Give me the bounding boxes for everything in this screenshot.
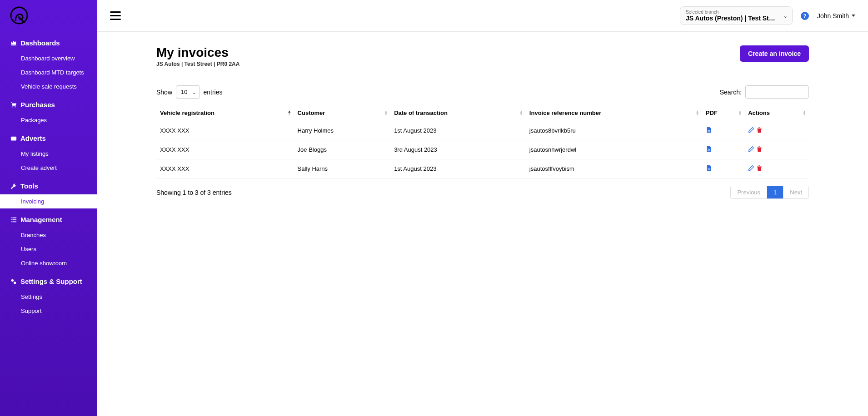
branch-selector[interactable]: Selected branch JS Autos (Preston) | Tes…	[680, 6, 793, 25]
pagination-page-1[interactable]: 1	[767, 186, 783, 198]
trash-icon[interactable]	[756, 166, 763, 173]
chart-line-icon	[10, 40, 17, 46]
list-icon	[10, 216, 17, 223]
wrench-icon	[10, 183, 17, 189]
search-input[interactable]	[745, 85, 809, 99]
cell-ref: jsautosnhwrjerdwl	[526, 140, 702, 159]
pdf-download-icon[interactable]	[706, 166, 712, 173]
menu-toggle-button[interactable]	[110, 11, 121, 20]
sidebar-item-create-advert[interactable]: Create advert	[0, 161, 97, 175]
sidebar-item-branches[interactable]: Branches	[0, 228, 97, 242]
entries-length-control: Show 10 ⌄ entries	[156, 85, 223, 99]
svg-rect-5	[12, 217, 16, 218]
pagination-next[interactable]: Next	[783, 186, 808, 198]
caret-down-icon	[852, 15, 855, 17]
show-prefix: Show	[156, 89, 172, 96]
cell-customer: Joe Bloggs	[294, 140, 391, 159]
cell-ref: jsautosflfvoybism	[526, 159, 702, 178]
table-row: XXXX XXXHarry Holmes1st August 2023jsaut…	[156, 121, 809, 140]
svg-rect-4	[10, 217, 11, 218]
cell-customer: Sally Harris	[294, 159, 391, 178]
sort-icon: ▲▼	[288, 110, 291, 116]
brand-logo	[0, 4, 97, 32]
topbar: Selected branch JS Autos (Preston) | Tes…	[97, 0, 868, 32]
sort-icon: ▲▼	[738, 110, 742, 116]
section-header-dashboards: Dashboards	[0, 35, 97, 51]
pdf-download-icon[interactable]	[706, 147, 712, 154]
sidebar-item-my-listings[interactable]: My listings	[0, 147, 97, 161]
cell-ref: jsautos8bvrlkb5ru	[526, 121, 702, 140]
table-row: XXXX XXXJoe Bloggs3rd August 2023jsautos…	[156, 140, 809, 159]
section-header-management: Management	[0, 211, 97, 228]
cell-reg: XXXX XXX	[156, 159, 294, 178]
column-header-customer[interactable]: Customer▲▼	[294, 105, 391, 121]
svg-rect-3	[10, 136, 16, 140]
create-invoice-button[interactable]: Create an invoice	[740, 45, 809, 62]
page-title: My invoices	[156, 45, 239, 60]
ad-icon	[10, 135, 17, 142]
column-header-date-of-transaction[interactable]: Date of transaction▲▼	[390, 105, 526, 121]
trash-icon[interactable]	[756, 147, 763, 154]
help-icon[interactable]: ?	[801, 12, 809, 20]
section-title-label: Adverts	[20, 134, 46, 142]
column-header-invoice-reference-number[interactable]: Invoice reference number▲▼	[526, 105, 702, 121]
cell-date: 1st August 2023	[390, 121, 526, 140]
column-header-vehicle-registration[interactable]: Vehicle registration▲▼	[156, 105, 294, 121]
svg-rect-6	[10, 219, 11, 220]
svg-rect-7	[12, 219, 16, 220]
pagination: Previous 1 Next	[730, 186, 809, 199]
sidebar-item-users[interactable]: Users	[0, 242, 97, 256]
sidebar-item-packages[interactable]: Packages	[0, 113, 97, 127]
sidebar-item-settings[interactable]: Settings	[0, 290, 97, 304]
cart-icon	[10, 101, 17, 108]
search-label: Search:	[720, 89, 742, 96]
svg-rect-8	[10, 221, 11, 222]
invoices-table: Vehicle registration▲▼Customer▲▼Date of …	[156, 105, 809, 178]
column-header-pdf[interactable]: PDF▲▼	[702, 105, 744, 121]
section-title-label: Management	[20, 216, 62, 223]
sidebar-item-vehicle-sale-requests[interactable]: Vehicle sale requests	[0, 79, 97, 94]
sort-icon: ▲▼	[803, 110, 806, 116]
user-menu[interactable]: John Smith	[817, 12, 855, 20]
section-title-label: Purchases	[20, 101, 55, 109]
table-row: XXXX XXXSally Harris1st August 2023jsaut…	[156, 159, 809, 178]
sidebar-item-online-showroom[interactable]: Online showroom	[0, 256, 97, 270]
pdf-download-icon[interactable]	[706, 128, 712, 134]
cell-date: 1st August 2023	[390, 159, 526, 178]
svg-point-11	[14, 282, 16, 284]
section-title-label: Tools	[20, 182, 38, 190]
branch-value: JS Autos (Preston) | Test Street | PR0 2…	[686, 15, 776, 22]
table-info: Showing 1 to 3 of 3 entries	[156, 189, 232, 196]
pagination-prev[interactable]: Previous	[731, 186, 767, 198]
sidebar-item-dashboard-mtd-targets[interactable]: Dashboard MTD targets	[0, 65, 97, 79]
svg-point-10	[11, 279, 13, 281]
cell-customer: Harry Holmes	[294, 121, 391, 140]
trash-icon[interactable]	[756, 128, 763, 134]
sort-icon: ▲▼	[384, 110, 388, 116]
sort-icon: ▲▼	[696, 110, 699, 116]
section-header-tools: Tools	[0, 178, 97, 194]
sidebar: DashboardsDashboard overviewDashboard MT…	[0, 0, 97, 416]
section-header-adverts: Adverts	[0, 130, 97, 147]
chevron-down-icon: ⌄	[783, 13, 788, 19]
svg-point-1	[12, 106, 13, 107]
cell-reg: XXXX XXX	[156, 140, 294, 159]
section-header-purchases: Purchases	[0, 96, 97, 113]
column-header-actions[interactable]: Actions▲▼	[744, 105, 809, 121]
chevron-down-icon: ⌄	[192, 89, 196, 94]
edit-icon[interactable]	[748, 147, 754, 154]
sidebar-item-invoicing[interactable]: Invoicing	[0, 194, 97, 208]
section-title-label: Settings & Support	[20, 277, 82, 285]
svg-point-2	[15, 106, 15, 107]
edit-icon[interactable]	[748, 166, 754, 173]
section-header-settings-support: Settings & Support	[0, 273, 97, 290]
svg-point-0	[11, 7, 27, 24]
entries-select[interactable]: 10 ⌄	[176, 85, 200, 99]
svg-rect-9	[12, 221, 16, 222]
user-name: John Smith	[817, 12, 849, 20]
edit-icon[interactable]	[748, 128, 754, 134]
sidebar-item-support[interactable]: Support	[0, 304, 97, 318]
sidebar-item-dashboard-overview[interactable]: Dashboard overview	[0, 51, 97, 65]
page-subtitle: JS Autos | Test Street | PR0 2AA	[156, 61, 239, 67]
entries-value: 10	[181, 89, 187, 95]
